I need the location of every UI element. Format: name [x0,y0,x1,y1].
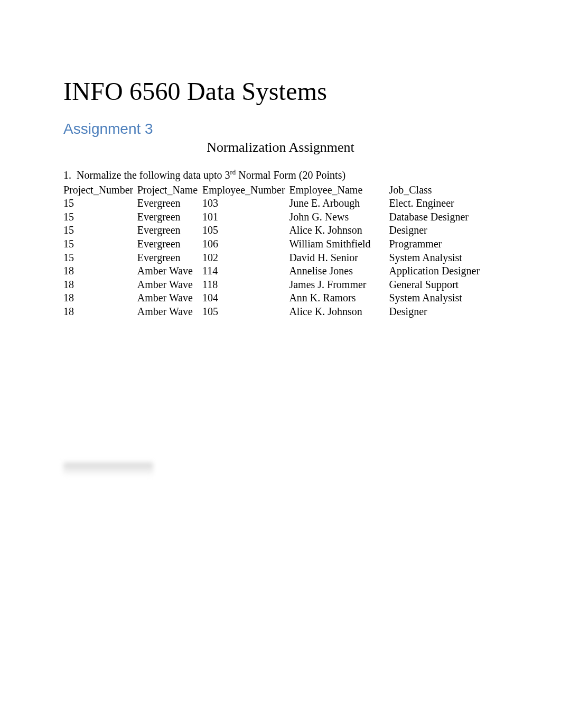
cell-project-number: 18 [63,291,137,305]
cell-job-class: Database Designer [389,210,498,224]
cell-project-name: Amber Wave [137,264,202,278]
question-ordinal: rd [230,168,236,176]
col-employee-name: Employee_Name [289,183,389,197]
cell-employee-name: Annelise Jones [289,264,389,278]
cell-project-name: Evergreen [137,251,202,265]
cell-employee-number: 118 [202,278,289,292]
cell-employee-number: 103 [202,197,289,210]
cell-project-name: Amber Wave [137,305,202,319]
cell-project-number: 18 [63,264,137,278]
table-body: 15 Evergreen 103 June E. Arbough Elect. … [63,197,498,318]
table-row: 15 Evergreen 105 Alice K. Johnson Design… [63,224,498,237]
page-title: INFO 6560 Data Systems [63,77,498,106]
cell-employee-name: Ann K. Ramors [289,291,389,305]
table-row: 18 Amber Wave 118 James J. Frommer Gener… [63,278,498,292]
table-row: 15 Evergreen 106 William Smithfield Prog… [63,237,498,251]
cell-employee-number: 101 [202,210,289,224]
cell-employee-number: 114 [202,264,289,278]
cell-job-class: Application Designer [389,264,498,278]
cell-employee-number: 105 [202,224,289,237]
document-page: INFO 6560 Data Systems Assignment 3 Norm… [0,0,561,728]
cell-project-name: Evergreen [137,237,202,251]
table-row: 15 Evergreen 103 June E. Arbough Elect. … [63,197,498,210]
question-text-after: Normal Form (20 Points) [236,169,345,181]
cell-employee-name: June E. Arbough [289,197,389,210]
table-row: 18 Amber Wave 114 Annelise Jones Applica… [63,264,498,278]
cell-job-class: Designer [389,224,498,237]
cell-project-name: Evergreen [137,197,202,210]
cell-project-name: Amber Wave [137,291,202,305]
cell-project-number: 15 [63,237,137,251]
cell-job-class: System Analysist [389,251,498,265]
cell-employee-number: 105 [202,305,289,319]
question-number: 1. [63,169,71,181]
cell-project-number: 18 [63,305,137,319]
cell-project-number: 15 [63,197,137,210]
normalization-table: Project_Number Project_Name Employee_Num… [63,183,498,319]
cell-employee-number: 106 [202,237,289,251]
assignment-subtitle: Assignment 3 [63,121,498,137]
cell-employee-name: John G. News [289,210,389,224]
question-1: 1. Normalize the following data upto 3rd… [63,168,498,181]
question-text-before: Normalize the following data upto 3 [77,169,230,181]
cell-employee-name: William Smithfield [289,237,389,251]
cell-job-class: Programmer [389,237,498,251]
cell-job-class: General Support [389,278,498,292]
cell-employee-name: James J. Frommer [289,278,389,292]
cell-project-number: 15 [63,251,137,265]
cell-employee-name: Alice K. Johnson [289,224,389,237]
col-project-name: Project_Name [137,183,202,197]
table-header-row: Project_Number Project_Name Employee_Num… [63,183,498,197]
cell-employee-name: David H. Senior [289,251,389,265]
cell-project-name: Amber Wave [137,278,202,292]
cell-project-number: 15 [63,224,137,237]
col-employee-number: Employee_Number [202,183,289,197]
blurred-region [63,463,153,476]
cell-project-name: Evergreen [137,210,202,224]
cell-project-name: Evergreen [137,224,202,237]
table-row: 15 Evergreen 102 David H. Senior System … [63,251,498,265]
cell-job-class: Elect. Engineer [389,197,498,210]
table-row: 18 Amber Wave 105 Alice K. Johnson Desig… [63,305,498,319]
cell-job-class: Designer [389,305,498,319]
cell-project-number: 18 [63,278,137,292]
table-row: 18 Amber Wave 104 Ann K. Ramors System A… [63,291,498,305]
cell-employee-number: 102 [202,251,289,265]
section-heading: Normalization Assignment [63,140,498,155]
cell-employee-number: 104 [202,291,289,305]
col-project-number: Project_Number [63,183,137,197]
cell-job-class: System Analysist [389,291,498,305]
cell-project-number: 15 [63,210,137,224]
cell-employee-name: Alice K. Johnson [289,305,389,319]
col-job-class: Job_Class [389,183,498,197]
table-row: 15 Evergreen 101 John G. News Database D… [63,210,498,224]
